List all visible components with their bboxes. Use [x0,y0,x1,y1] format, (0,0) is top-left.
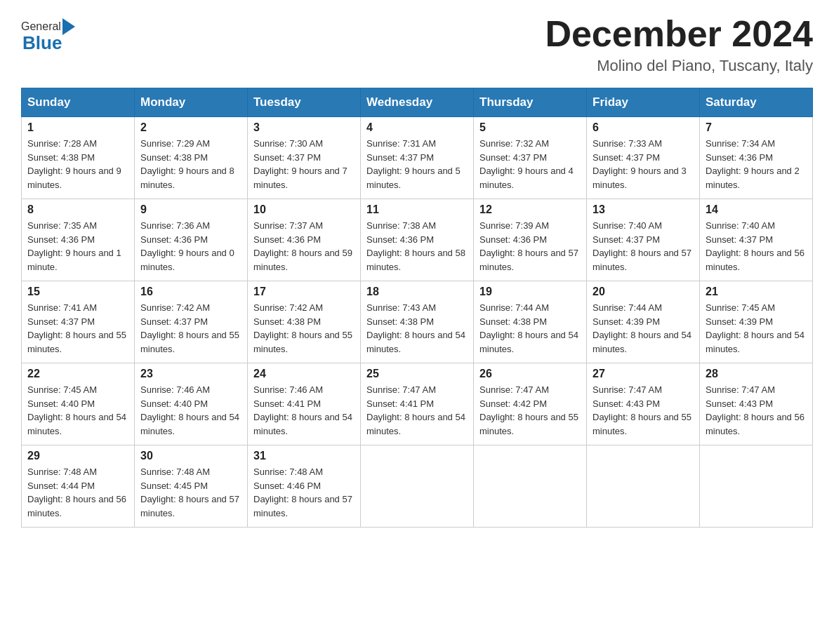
day-number: 1 [27,121,128,134]
day-number: 30 [140,450,241,462]
calendar-cell [361,445,474,528]
day-number: 3 [253,121,355,134]
day-number: 21 [706,286,807,298]
col-header-tuesday: Tuesday [248,88,361,117]
day-info: Sunrise: 7:40 AM Sunset: 4:37 PM Dayligh… [593,219,694,274]
day-number: 20 [593,286,694,298]
calendar-cell: 19 Sunrise: 7:44 AM Sunset: 4:38 PM Dayl… [474,281,587,363]
day-info: Sunrise: 7:47 AM Sunset: 4:43 PM Dayligh… [593,383,694,438]
calendar-cell: 4 Sunrise: 7:31 AM Sunset: 4:37 PM Dayli… [361,117,474,199]
day-info: Sunrise: 7:44 AM Sunset: 4:38 PM Dayligh… [479,301,581,356]
calendar-title-area: December 2024 Molino del Piano, Tuscany,… [545,14,813,75]
calendar-cell: 9 Sunrise: 7:36 AM Sunset: 4:36 PM Dayli… [135,199,248,281]
day-number: 25 [366,368,468,380]
day-info: Sunrise: 7:44 AM Sunset: 4:39 PM Dayligh… [593,301,694,356]
col-header-thursday: Thursday [474,88,587,117]
calendar-cell: 13 Sunrise: 7:40 AM Sunset: 4:37 PM Dayl… [587,199,700,281]
day-info: Sunrise: 7:28 AM Sunset: 4:38 PM Dayligh… [27,137,128,192]
calendar-cell: 31 Sunrise: 7:48 AM Sunset: 4:46 PM Dayl… [248,445,361,528]
calendar-cell: 28 Sunrise: 7:47 AM Sunset: 4:43 PM Dayl… [700,363,813,445]
day-number: 18 [366,286,468,298]
day-info: Sunrise: 7:34 AM Sunset: 4:36 PM Dayligh… [706,137,807,192]
col-header-friday: Friday [587,88,700,117]
day-info: Sunrise: 7:30 AM Sunset: 4:37 PM Dayligh… [253,137,355,192]
calendar-cell: 24 Sunrise: 7:46 AM Sunset: 4:41 PM Dayl… [248,363,361,445]
day-info: Sunrise: 7:48 AM Sunset: 4:46 PM Dayligh… [253,465,355,520]
day-number: 29 [27,450,128,462]
day-info: Sunrise: 7:46 AM Sunset: 4:41 PM Dayligh… [253,383,355,438]
day-info: Sunrise: 7:35 AM Sunset: 4:36 PM Dayligh… [27,219,128,274]
day-info: Sunrise: 7:40 AM Sunset: 4:37 PM Dayligh… [706,219,807,274]
day-number: 4 [366,121,468,134]
calendar-cell: 2 Sunrise: 7:29 AM Sunset: 4:38 PM Dayli… [135,117,248,199]
calendar-cell: 22 Sunrise: 7:45 AM Sunset: 4:40 PM Dayl… [22,363,135,445]
logo-blue-text: Blue [21,32,75,54]
day-info: Sunrise: 7:39 AM Sunset: 4:36 PM Dayligh… [479,219,581,274]
day-info: Sunrise: 7:38 AM Sunset: 4:36 PM Dayligh… [366,219,468,274]
day-info: Sunrise: 7:42 AM Sunset: 4:38 PM Dayligh… [253,301,355,356]
day-info: Sunrise: 7:43 AM Sunset: 4:38 PM Dayligh… [366,301,468,356]
calendar-table: SundayMondayTuesdayWednesdayThursdayFrid… [21,88,813,528]
calendar-cell: 10 Sunrise: 7:37 AM Sunset: 4:36 PM Dayl… [248,199,361,281]
day-info: Sunrise: 7:32 AM Sunset: 4:37 PM Dayligh… [479,137,581,192]
calendar-week-row: 22 Sunrise: 7:45 AM Sunset: 4:40 PM Dayl… [22,363,813,445]
day-number: 23 [140,368,241,380]
calendar-cell: 16 Sunrise: 7:42 AM Sunset: 4:37 PM Dayl… [135,281,248,363]
col-header-saturday: Saturday [700,88,813,117]
day-info: Sunrise: 7:48 AM Sunset: 4:44 PM Dayligh… [27,465,128,520]
logo-general-text: General [21,20,61,33]
day-number: 27 [593,368,694,380]
calendar-cell: 1 Sunrise: 7:28 AM Sunset: 4:38 PM Dayli… [22,117,135,199]
day-number: 22 [27,368,128,380]
calendar-cell: 14 Sunrise: 7:40 AM Sunset: 4:37 PM Dayl… [700,199,813,281]
day-info: Sunrise: 7:31 AM Sunset: 4:37 PM Dayligh… [366,137,468,192]
day-info: Sunrise: 7:33 AM Sunset: 4:37 PM Dayligh… [593,137,694,192]
day-number: 11 [366,203,468,216]
calendar-cell: 25 Sunrise: 7:47 AM Sunset: 4:41 PM Dayl… [361,363,474,445]
day-number: 5 [479,121,581,134]
logo: General Blue [21,14,75,54]
day-number: 26 [479,368,581,380]
day-info: Sunrise: 7:42 AM Sunset: 4:37 PM Dayligh… [140,301,241,356]
day-number: 6 [593,121,694,134]
day-number: 31 [253,450,355,462]
day-number: 17 [253,286,355,298]
calendar-title: December 2024 [545,14,813,54]
calendar-cell: 7 Sunrise: 7:34 AM Sunset: 4:36 PM Dayli… [700,117,813,199]
day-number: 2 [140,121,241,134]
day-number: 15 [27,286,128,298]
calendar-week-row: 29 Sunrise: 7:48 AM Sunset: 4:44 PM Dayl… [22,445,813,528]
day-number: 7 [706,121,807,134]
day-number: 24 [253,368,355,380]
day-number: 28 [706,368,807,380]
day-info: Sunrise: 7:37 AM Sunset: 4:36 PM Dayligh… [253,219,355,274]
day-number: 14 [706,203,807,216]
page-header: General Blue December 2024 Molino del Pi… [21,14,813,75]
calendar-cell [700,445,813,528]
day-info: Sunrise: 7:41 AM Sunset: 4:37 PM Dayligh… [27,301,128,356]
day-number: 13 [593,203,694,216]
calendar-header-row: SundayMondayTuesdayWednesdayThursdayFrid… [22,88,813,117]
calendar-subtitle: Molino del Piano, Tuscany, Italy [545,57,813,75]
calendar-week-row: 8 Sunrise: 7:35 AM Sunset: 4:36 PM Dayli… [22,199,813,281]
calendar-cell: 26 Sunrise: 7:47 AM Sunset: 4:42 PM Dayl… [474,363,587,445]
calendar-cell [587,445,700,528]
day-info: Sunrise: 7:47 AM Sunset: 4:41 PM Dayligh… [366,383,468,438]
calendar-cell: 29 Sunrise: 7:48 AM Sunset: 4:44 PM Dayl… [22,445,135,528]
calendar-cell: 30 Sunrise: 7:48 AM Sunset: 4:45 PM Dayl… [135,445,248,528]
calendar-week-row: 15 Sunrise: 7:41 AM Sunset: 4:37 PM Dayl… [22,281,813,363]
calendar-cell: 5 Sunrise: 7:32 AM Sunset: 4:37 PM Dayli… [474,117,587,199]
day-info: Sunrise: 7:48 AM Sunset: 4:45 PM Dayligh… [140,465,241,520]
calendar-cell: 11 Sunrise: 7:38 AM Sunset: 4:36 PM Dayl… [361,199,474,281]
calendar-cell: 17 Sunrise: 7:42 AM Sunset: 4:38 PM Dayl… [248,281,361,363]
day-number: 19 [479,286,581,298]
calendar-cell: 12 Sunrise: 7:39 AM Sunset: 4:36 PM Dayl… [474,199,587,281]
day-number: 10 [253,203,355,216]
calendar-cell: 6 Sunrise: 7:33 AM Sunset: 4:37 PM Dayli… [587,117,700,199]
calendar-cell: 15 Sunrise: 7:41 AM Sunset: 4:37 PM Dayl… [22,281,135,363]
day-info: Sunrise: 7:47 AM Sunset: 4:42 PM Dayligh… [479,383,581,438]
calendar-cell [474,445,587,528]
calendar-week-row: 1 Sunrise: 7:28 AM Sunset: 4:38 PM Dayli… [22,117,813,199]
day-number: 12 [479,203,581,216]
day-number: 8 [27,203,128,216]
